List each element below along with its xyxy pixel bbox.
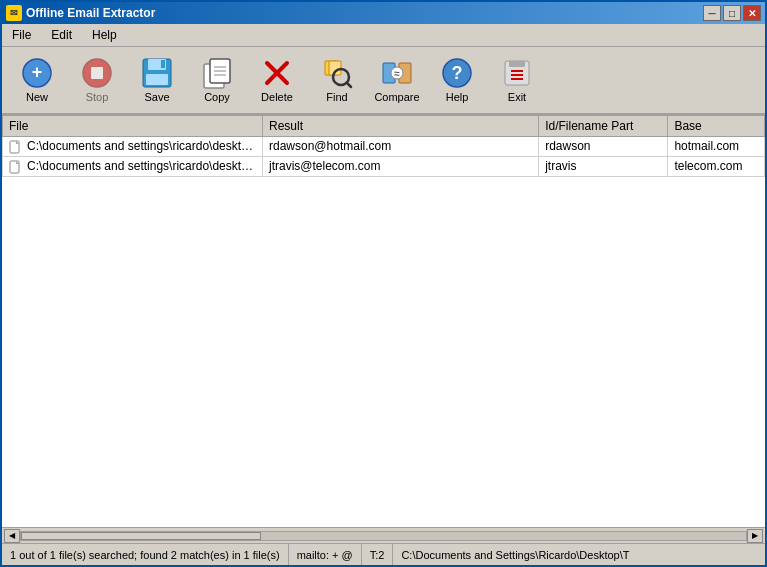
exit-icon <box>501 57 533 89</box>
svg-text:+: + <box>32 62 43 82</box>
status-segment-1: 1 out of 1 file(s) searched; found 2 mat… <box>2 544 289 565</box>
save-icon <box>141 57 173 89</box>
exit-label: Exit <box>508 91 526 103</box>
status-bar: 1 out of 1 file(s) searched; found 2 mat… <box>2 543 765 565</box>
cell-result-0: rdawson@hotmail.com <box>263 137 539 157</box>
help-label: Help <box>446 91 469 103</box>
find-label: Find <box>326 91 347 103</box>
main-content: File Result Id/Filename Part Base <box>2 115 765 543</box>
svg-rect-3 <box>91 67 103 79</box>
col-header-base[interactable]: Base <box>668 116 765 137</box>
cell-result-1: jtravis@telecom.com <box>263 156 539 176</box>
save-label: Save <box>144 91 169 103</box>
cell-base-1: telecom.com <box>668 156 765 176</box>
compare-icon: ≈ <box>381 57 413 89</box>
compare-label: Compare <box>374 91 419 103</box>
status-segment-2: mailto: + @ <box>289 544 362 565</box>
svg-rect-7 <box>161 60 165 68</box>
svg-text:≈: ≈ <box>394 68 400 79</box>
main-window: ✉ Offline Email Extractor ─ □ ✕ File Edi… <box>0 0 767 567</box>
app-icon: ✉ <box>6 5 22 21</box>
delete-button[interactable]: Delete <box>248 51 306 109</box>
svg-text:?: ? <box>452 63 463 83</box>
help-button[interactable]: ? Help <box>428 51 486 109</box>
copy-icon <box>201 57 233 89</box>
minimize-button[interactable]: ─ <box>703 5 721 21</box>
new-button[interactable]: + New <box>8 51 66 109</box>
scrollbar-area: ◀ ▶ <box>2 527 765 543</box>
cell-id-0: rdawson <box>539 137 668 157</box>
table-body: C:\documents and settings\ricardo\deskto… <box>3 137 765 177</box>
cell-id-1: jtravis <box>539 156 668 176</box>
table-row[interactable]: C:\documents and settings\ricardo\deskto… <box>3 156 765 176</box>
col-header-file[interactable]: File <box>3 116 263 137</box>
help-icon: ? <box>441 57 473 89</box>
menu-bar: File Edit Help <box>2 24 765 47</box>
svg-rect-26 <box>509 61 525 67</box>
scroll-left-button[interactable]: ◀ <box>4 529 20 543</box>
window-controls: ─ □ ✕ <box>703 5 761 21</box>
new-label: New <box>26 91 48 103</box>
title-bar: ✉ Offline Email Extractor ─ □ ✕ <box>2 2 765 24</box>
table-container[interactable]: File Result Id/Filename Part Base <box>2 115 765 527</box>
menu-help[interactable]: Help <box>86 26 123 44</box>
find-button[interactable]: Find <box>308 51 366 109</box>
status-segment-3: T:2 <box>362 544 394 565</box>
window-title: Offline Email Extractor <box>26 6 703 20</box>
svg-rect-6 <box>146 74 168 85</box>
menu-file[interactable]: File <box>6 26 37 44</box>
compare-button[interactable]: ≈ Compare <box>368 51 426 109</box>
table-row[interactable]: C:\documents and settings\ricardo\deskto… <box>3 137 765 157</box>
copy-button[interactable]: Copy <box>188 51 246 109</box>
delete-label: Delete <box>261 91 293 103</box>
close-button[interactable]: ✕ <box>743 5 761 21</box>
copy-label: Copy <box>204 91 230 103</box>
stop-button[interactable]: Stop <box>68 51 126 109</box>
results-table: File Result Id/Filename Part Base <box>2 115 765 177</box>
maximize-button[interactable]: □ <box>723 5 741 21</box>
status-segment-4: C:\Documents and Settings\Ricardo\Deskto… <box>393 544 765 565</box>
save-button[interactable]: Save <box>128 51 186 109</box>
cell-base-0: hotmail.com <box>668 137 765 157</box>
scrollbar-track[interactable] <box>20 531 747 541</box>
cell-file-1: C:\documents and settings\ricardo\deskto… <box>3 156 263 176</box>
cell-file-0: C:\documents and settings\ricardo\deskto… <box>3 137 263 157</box>
new-icon: + <box>21 57 53 89</box>
stop-icon <box>81 57 113 89</box>
col-header-id[interactable]: Id/Filename Part <box>539 116 668 137</box>
scroll-right-button[interactable]: ▶ <box>747 529 763 543</box>
find-icon <box>321 57 353 89</box>
svg-line-18 <box>347 83 351 87</box>
exit-button[interactable]: Exit <box>488 51 546 109</box>
toolbar: + New Stop <box>2 47 765 115</box>
scrollbar-thumb[interactable] <box>21 532 261 540</box>
delete-icon <box>261 57 293 89</box>
menu-edit[interactable]: Edit <box>45 26 78 44</box>
stop-label: Stop <box>86 91 109 103</box>
col-header-result[interactable]: Result <box>263 116 539 137</box>
